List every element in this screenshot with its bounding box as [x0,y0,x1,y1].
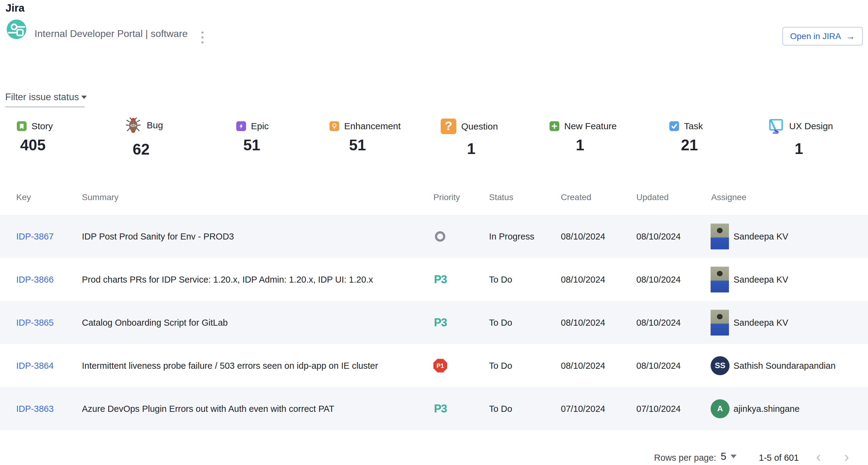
arrow-right-icon: → [846,32,855,41]
entity-avatar-icon [7,20,26,39]
issue-status: To Do [489,404,512,414]
stat-epic: Epic [236,121,269,131]
table-row: IDP-3863 Azure DevOps Plugin Errors out … [0,387,868,430]
assignee-name: ajinkya.shingane [734,404,800,414]
rows-per-page-select[interactable]: 5 [721,451,737,462]
priority-none-icon [435,231,445,242]
issue-status: To Do [489,318,512,328]
issue-status: To Do [489,361,512,371]
issue-status: In Progress [489,231,534,241]
issue-updated: 08/10/2024 [636,361,681,371]
assignee-name: Sandeepa KV [734,274,788,285]
issue-created: 08/10/2024 [561,231,605,241]
open-in-jira-button[interactable]: Open in JIRA → [782,27,863,45]
stat-ux-design: UX Design [767,117,833,135]
column-header-updated: Updated [636,193,669,202]
issue-updated: 08/10/2024 [636,231,681,241]
table-row: IDP-3866 Prod charts PRs for IDP Service… [0,258,868,301]
priority-p3-icon: P3 [434,316,447,329]
bug-icon: </> [125,117,142,134]
stat-enhancement: Enhancement [330,121,401,131]
issue-summary: Prod charts PRs for IDP Service: 1.20.x,… [82,274,373,285]
filter-underline [5,107,85,107]
ux-design-icon [767,117,784,135]
issue-updated: 07/10/2024 [636,404,681,414]
issue-status: To Do [489,274,512,285]
table-row: IDP-3867 IDP Post Prod Sanity for Env - … [0,215,868,258]
avatar: A [711,399,730,418]
pagination-range: 1-5 of 601 [759,453,799,463]
column-header-priority: Priority [433,193,460,202]
page-title: Jira [5,2,25,14]
column-header-summary: Summary [82,193,119,202]
issue-updated: 08/10/2024 [636,274,681,285]
table-row: IDP-3864 Intermittent liveness probe fai… [0,344,868,387]
avatar: SS [711,356,730,375]
assignee-name: Sandeepa KV [734,318,788,328]
column-header-key: Key [16,193,31,202]
story-icon [17,121,27,131]
svg-text:?: ? [445,119,452,133]
priority-p1-icon: P1 [433,359,447,372]
chevron-down-icon [81,96,87,99]
stat-ux-design-count: 1 [795,140,803,158]
issue-created: 08/10/2024 [561,318,605,328]
issue-summary: Intermittent liveness probe failure / 50… [82,361,378,371]
enhancement-icon [330,121,339,131]
next-page-button[interactable]: › [840,448,853,465]
assignee-name: Sandeepa KV [734,231,788,241]
priority-p3-icon: P3 [434,402,447,415]
jira-widget: Jira Internal Developer Portal | softwar… [0,0,868,465]
issue-key-link[interactable]: IDP-3864 [16,361,54,371]
issue-summary: Azure DevOps Plugin Errors out with Auth… [82,404,334,414]
avatar [711,309,729,335]
issue-key-link[interactable]: IDP-3866 [16,274,54,285]
avatar [711,266,729,292]
issue-key-link[interactable]: IDP-3865 [16,318,54,328]
previous-page-button[interactable]: ‹ [812,448,825,465]
stat-task: Task [669,121,703,131]
priority-p3-icon: P3 [434,273,447,286]
stat-enhancement-count: 51 [349,136,366,154]
filter-issue-status-select[interactable]: Filter issue status [5,92,87,103]
entity-title: Internal Developer Portal | software [34,28,188,39]
rows-per-page-label: Rows per page: [654,453,716,463]
task-icon [669,121,679,131]
column-header-status: Status [489,193,513,202]
issue-summary: Catalog Onboarding Script for GitLab [82,318,228,328]
stat-bug: </> Bug [125,117,163,134]
stat-new-feature: New Feature [550,121,617,131]
issue-summary: IDP Post Prod Sanity for Env - PROD3 [82,231,234,241]
epic-icon [236,121,246,131]
stat-question-count: 1 [467,140,475,158]
stat-task-count: 21 [681,136,698,154]
stat-story-count: 405 [20,136,45,154]
issue-created: 08/10/2024 [561,361,605,371]
column-header-created: Created [561,193,591,202]
issue-key-link[interactable]: IDP-3867 [16,231,54,241]
column-header-assignee: Assignee [711,193,746,202]
issue-created: 08/10/2024 [561,274,605,285]
issue-updated: 08/10/2024 [636,318,681,328]
assignee-name: Sathish Soundarapandian [734,361,836,371]
stat-bug-count: 62 [133,140,150,158]
stat-story: Story [17,121,53,131]
table-row: IDP-3865 Catalog Onboarding Script for G… [0,301,868,344]
issue-key-link[interactable]: IDP-3863 [16,404,54,414]
issue-created: 07/10/2024 [561,404,605,414]
new-feature-icon [550,121,559,131]
stat-epic-count: 51 [243,136,260,154]
question-icon: ? [441,119,456,134]
stat-new-feature-count: 1 [576,136,584,154]
more-menu-button[interactable] [196,29,209,45]
svg-text:</>: </> [130,123,136,128]
stat-question: ? Question [441,119,498,134]
avatar [711,223,729,249]
chevron-down-icon [731,455,737,458]
